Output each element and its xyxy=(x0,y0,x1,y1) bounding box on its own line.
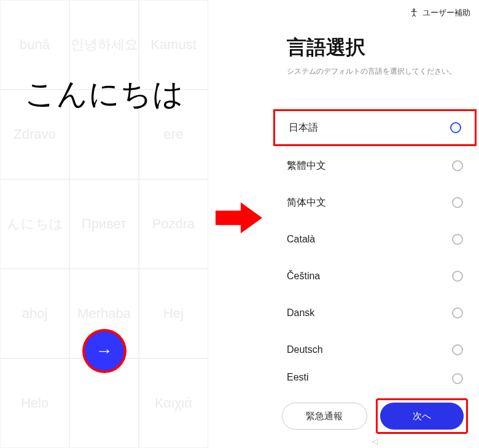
emergency-call-label: 緊急通報 xyxy=(306,411,343,422)
next-button-label: 次へ xyxy=(413,411,431,422)
language-label: Català xyxy=(287,234,315,245)
radio-unselected-icon xyxy=(452,160,463,171)
bg-word: Καιχιά xyxy=(139,358,208,448)
bg-word: Helo xyxy=(0,358,69,448)
page-title: 言語選択 xyxy=(271,26,479,64)
nav-back-icon[interactable]: ◁ xyxy=(372,437,378,446)
radio-unselected-icon xyxy=(452,344,463,355)
language-label: Dansk xyxy=(287,307,314,319)
page-subtitle: システムのデフォルトの言語を選択してください。 xyxy=(271,64,479,87)
radio-unselected-icon xyxy=(452,234,463,245)
bg-word: Pozdra xyxy=(139,179,208,269)
language-option[interactable]: 简体中文 xyxy=(271,184,479,221)
svg-point-1 xyxy=(413,9,415,10)
radio-selected-icon xyxy=(450,122,461,133)
language-label: 繁體中文 xyxy=(287,160,326,172)
radio-unselected-icon xyxy=(452,307,463,319)
language-select-screen: ユーザー補助 言語選択 システムのデフォルトの言語を選択してください。 日本語 … xyxy=(271,0,479,448)
language-option[interactable]: Català xyxy=(271,221,479,258)
svg-marker-0 xyxy=(216,203,262,234)
top-bar: ユーザー補助 xyxy=(271,0,479,26)
next-button[interactable]: 次へ xyxy=(380,403,464,430)
accessibility-link[interactable]: ユーザー補助 xyxy=(423,7,470,18)
language-option-japanese[interactable]: 日本語 xyxy=(273,109,477,146)
bg-word: Привет xyxy=(69,179,139,269)
language-label: Čeština xyxy=(287,271,320,282)
current-greeting: こんにちは xyxy=(0,74,208,115)
next-button-highlight: 次へ xyxy=(376,398,469,434)
language-option[interactable]: Čeština xyxy=(271,258,479,295)
radio-unselected-icon xyxy=(452,373,463,384)
language-label: 日本語 xyxy=(289,122,318,134)
radio-unselected-icon xyxy=(452,271,463,282)
radio-unselected-icon xyxy=(452,197,463,208)
bg-word: Hej xyxy=(139,269,208,358)
bg-word: ahoj xyxy=(0,269,69,358)
greeting-grid: bunâ 안녕하세요 Kamust Zdravo ere んにちは Привет… xyxy=(0,0,208,448)
language-option[interactable]: Dansk xyxy=(271,295,479,331)
bg-word: んにちは xyxy=(0,179,69,269)
emergency-call-button[interactable]: 緊急通報 xyxy=(282,403,367,430)
language-option[interactable]: Eesti xyxy=(271,368,479,387)
accessibility-icon xyxy=(409,8,419,18)
language-label: Deutsch xyxy=(287,344,323,355)
language-option[interactable]: 繁體中文 xyxy=(271,147,479,184)
language-label: Eesti xyxy=(287,372,309,383)
transition-arrow-icon xyxy=(215,199,264,236)
continue-button-highlight: → xyxy=(82,329,127,373)
language-list[interactable]: 日本語 繁體中文 简体中文 Català Čeština Dansk xyxy=(271,109,479,398)
language-label: 简体中文 xyxy=(287,196,326,209)
language-option[interactable]: Deutsch xyxy=(271,331,479,368)
welcome-screen: bunâ 안녕하세요 Kamust Zdravo ere んにちは Привет… xyxy=(0,0,208,448)
arrow-right-icon: → xyxy=(96,341,113,361)
continue-button[interactable]: → xyxy=(85,331,124,371)
bottom-action-bar: 緊急通報 次へ xyxy=(271,398,479,434)
